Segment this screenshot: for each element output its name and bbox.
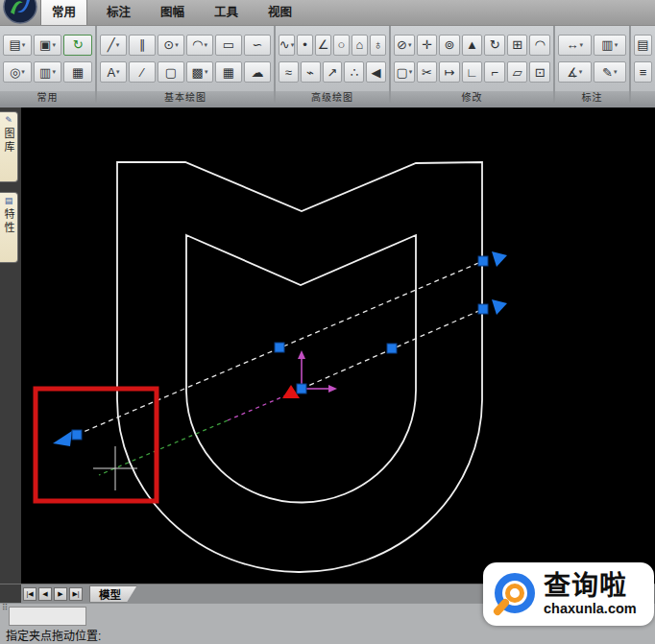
sidebar-tab-properties[interactable]: ▤ 特性 bbox=[0, 192, 18, 263]
sidebar-tab-library[interactable]: ✎ 图库 bbox=[0, 111, 18, 182]
move-button[interactable]: ✛ bbox=[417, 35, 438, 56]
rotate-button[interactable]: ↻ bbox=[484, 35, 505, 56]
dropdown-arrow-icon[interactable]: ▾ bbox=[116, 41, 120, 49]
sheet-button[interactable]: ▤ bbox=[634, 35, 652, 56]
spline-button[interactable]: ∿▾ bbox=[279, 35, 295, 56]
chamfer-button[interactable]: ∟ bbox=[462, 61, 483, 83]
menu-tab-tools[interactable]: 工具 bbox=[204, 0, 249, 25]
parallel-button[interactable]: ∥ bbox=[129, 35, 156, 56]
mirror-button[interactable]: ▲ bbox=[462, 35, 483, 56]
circle-button[interactable]: ⊙▾ bbox=[158, 35, 184, 56]
scale-button[interactable]: ⊡ bbox=[529, 61, 550, 83]
polygon-button[interactable]: ⌂ bbox=[352, 35, 368, 56]
dimension-button[interactable]: ↔▾ bbox=[558, 35, 592, 56]
trim-button[interactable]: ✂ bbox=[417, 61, 438, 83]
grip-point[interactable] bbox=[297, 384, 306, 394]
formula-curve-icon: ♁ bbox=[374, 38, 383, 51]
dropdown-arrow-icon[interactable]: ▾ bbox=[21, 68, 25, 76]
grip-point[interactable] bbox=[478, 256, 488, 266]
dropdown-arrow-icon[interactable]: ▾ bbox=[579, 68, 583, 76]
stretch-button[interactable]: ◠ bbox=[529, 35, 550, 56]
dropdown-arrow-icon[interactable]: ▾ bbox=[614, 68, 618, 76]
arc-button[interactable]: ◠▾ bbox=[186, 35, 213, 56]
slot-button[interactable]: ▢ bbox=[158, 61, 184, 83]
array-button[interactable]: ⊞ bbox=[507, 35, 528, 56]
rect-select-button[interactable]: ▢▾ bbox=[394, 61, 415, 83]
dropdown-arrow-icon[interactable]: ▾ bbox=[204, 41, 207, 49]
plot-button[interactable]: ▥▾ bbox=[34, 61, 62, 83]
ellipse-button[interactable]: ○ bbox=[333, 35, 350, 56]
shield-outer-outline[interactable] bbox=[117, 162, 482, 572]
next-sheet-button[interactable]: ▶ bbox=[54, 587, 67, 601]
dropdown-arrow-icon[interactable]: ▾ bbox=[205, 68, 208, 76]
fillet-button[interactable]: ⌐ bbox=[484, 61, 505, 83]
command-input[interactable] bbox=[9, 607, 86, 626]
grip-direction-arrow-icon bbox=[492, 299, 507, 315]
app-logo-icon[interactable] bbox=[3, 0, 37, 24]
grip-point[interactable] bbox=[275, 343, 284, 352]
last-sheet-button[interactable]: ▶| bbox=[69, 587, 83, 601]
revision-cloud-button[interactable]: ☁ bbox=[244, 61, 271, 83]
dropdown-arrow-icon[interactable]: ▾ bbox=[408, 41, 412, 49]
cone-button[interactable]: ◀ bbox=[366, 61, 386, 83]
left-dock: ✎ 图库 ▤ 特性 bbox=[0, 107, 21, 584]
zigzag-line-button[interactable]: ⌁ bbox=[301, 61, 321, 83]
coordinate-dim-icon: ∡ bbox=[567, 66, 578, 79]
ribbon-panel-标注: ↔▾▥▾∡▾✎▾标注 bbox=[555, 26, 631, 105]
refresh-button[interactable]: ↻ bbox=[63, 35, 92, 56]
dim-edit-button[interactable]: ✎▾ bbox=[594, 61, 627, 83]
grip-point[interactable] bbox=[72, 430, 82, 440]
copy-entities-button[interactable]: ⊚ bbox=[439, 35, 460, 56]
watermark-title: 查询啦 bbox=[544, 573, 637, 600]
extend-button[interactable]: ↦ bbox=[439, 61, 460, 83]
text-button[interactable]: A▾ bbox=[100, 61, 127, 83]
tolerance-button[interactable]: ▥▾ bbox=[594, 35, 627, 56]
copy-button[interactable]: ▣▾ bbox=[34, 35, 62, 56]
logo-orange-ring bbox=[508, 586, 522, 601]
wave-line-button[interactable]: ≈ bbox=[279, 61, 299, 83]
angle-line-button[interactable]: ∠ bbox=[315, 35, 331, 56]
formula-curve-button[interactable]: ♁ bbox=[370, 35, 386, 56]
first-sheet-button[interactable]: |◀ bbox=[23, 587, 36, 601]
dropdown-arrow-icon[interactable]: ▾ bbox=[579, 41, 583, 49]
grip-point[interactable] bbox=[478, 304, 488, 314]
point-button[interactable]: • bbox=[297, 35, 313, 56]
prev-sheet-button[interactable]: ◀ bbox=[38, 587, 52, 601]
paste-button[interactable]: ▤▾ bbox=[3, 35, 32, 56]
menu-tab-common[interactable]: 常用 bbox=[40, 0, 87, 25]
angle-line-icon: ∠ bbox=[318, 38, 329, 51]
rectangle-button[interactable]: ▭ bbox=[215, 35, 242, 56]
model-space-tab[interactable]: 模型 bbox=[89, 585, 137, 603]
dropdown-arrow-icon[interactable]: ▾ bbox=[409, 68, 413, 76]
section-symbol-button[interactable]: ▩▾ bbox=[186, 61, 213, 83]
menu-tab-dimension[interactable]: 标注 bbox=[96, 0, 141, 25]
rect-select-icon: ▢ bbox=[396, 66, 407, 79]
dropdown-arrow-icon[interactable]: ▾ bbox=[175, 41, 179, 49]
layer-list-button[interactable]: ≡ bbox=[634, 61, 652, 83]
drawing-canvas[interactable] bbox=[21, 107, 655, 584]
line-button[interactable]: ╱▾ bbox=[100, 35, 127, 56]
dropdown-arrow-icon[interactable]: ▾ bbox=[116, 68, 120, 76]
erase-button[interactable]: ⊘▾ bbox=[394, 35, 415, 56]
coordinate-dim-button[interactable]: ∡▾ bbox=[558, 61, 592, 83]
explode-button[interactable]: ▱ bbox=[507, 61, 528, 83]
dropdown-arrow-icon[interactable]: ▾ bbox=[22, 41, 26, 49]
menu-tab-sheet[interactable]: 图幅 bbox=[150, 0, 195, 25]
dropdown-arrow-icon[interactable]: ▾ bbox=[615, 41, 619, 49]
contour-button[interactable]: ∴ bbox=[344, 61, 364, 83]
display-button[interactable]: ▦ bbox=[63, 61, 92, 83]
ribbon-panel-基本绘图: ╱▾∥⊙▾◠▾▭∽A▾⁄▢▩▾▦☁基本绘图 bbox=[97, 26, 276, 105]
dropdown-arrow-icon[interactable]: ▾ bbox=[52, 68, 56, 76]
dropdown-arrow-icon[interactable]: ▾ bbox=[52, 41, 56, 49]
leader-arrow-button[interactable]: ↗ bbox=[323, 61, 343, 83]
hatch-button[interactable]: ▦ bbox=[215, 61, 242, 83]
drag-handle-icon[interactable]: ⠿ bbox=[2, 606, 6, 610]
zoom-button[interactable]: ◎▾ bbox=[3, 61, 32, 83]
circle-icon: ⊙ bbox=[163, 38, 174, 51]
grip-point[interactable] bbox=[387, 344, 397, 353]
polyline-button[interactable]: ∽ bbox=[244, 35, 271, 56]
watermark-url: chaxunla.com bbox=[544, 602, 637, 616]
sketch-button[interactable]: ⁄ bbox=[129, 61, 156, 83]
dropdown-arrow-icon[interactable]: ▾ bbox=[291, 41, 295, 49]
menu-tab-view[interactable]: 视图 bbox=[257, 0, 303, 25]
